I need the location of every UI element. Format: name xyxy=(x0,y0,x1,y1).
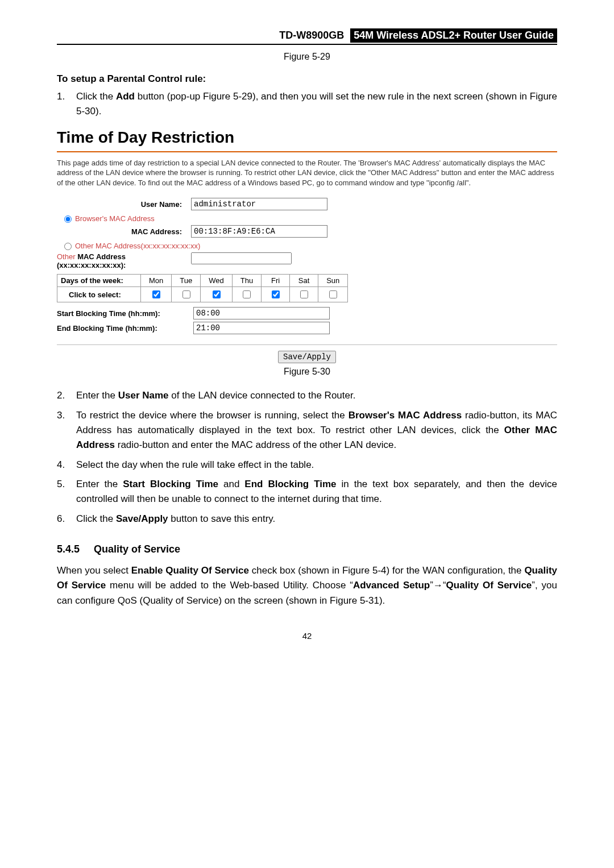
section-5-4-5-heading: 5.4.5 Quality of Service xyxy=(57,543,557,555)
day-checkbox-thu[interactable] xyxy=(243,290,251,298)
start-time-label: Start Blocking Time (hh:mm): xyxy=(57,309,193,318)
step-number: 3. xyxy=(57,408,76,453)
page-number: 42 xyxy=(57,631,557,641)
day-col-wed: Wed xyxy=(201,275,233,287)
step-3: 3. To restrict the device where the brow… xyxy=(57,408,557,453)
end-time-label: End Blocking Time (hh:mm): xyxy=(57,324,193,333)
other-mac-label: Other MAC Address (xx:xx:xx:xx:xx:xx): xyxy=(57,252,191,269)
step-number: 4. xyxy=(57,458,76,472)
day-checkbox-mon[interactable] xyxy=(152,290,160,298)
day-checkbox-fri[interactable] xyxy=(272,290,280,298)
other-mac-radio-row: Other MAC Address(xx:xx:xx:xx:xx:xx) xyxy=(61,241,426,250)
figure-5-30-caption: Figure 5-30 xyxy=(57,367,557,377)
save-apply-button[interactable]: Save/Apply xyxy=(278,351,336,363)
other-mac-radio-label: Other MAC Address(xx:xx:xx:xx:xx:xx) xyxy=(75,242,200,250)
other-mac-radio[interactable] xyxy=(64,243,72,250)
day-checkbox-tue[interactable] xyxy=(182,290,190,298)
days-of-week-header: Days of the week: xyxy=(57,275,141,287)
table-row: Click to select: xyxy=(57,287,348,302)
step-1: 1. Click the Add button (pop-up Figure 5… xyxy=(57,89,557,119)
mac-address-input[interactable] xyxy=(191,225,327,238)
user-name-row: User Name: xyxy=(57,198,426,210)
day-col-sun: Sun xyxy=(318,275,348,287)
user-name-label: User Name: xyxy=(57,200,191,209)
screenshot-description: This page adds time of day restriction t… xyxy=(57,158,557,188)
header-title-rest: 54M Wireless ADSL2+ Router User Guide xyxy=(350,28,557,43)
step-text: Click the Add button (pop-up Figure 5-29… xyxy=(76,89,557,119)
step-number: 6. xyxy=(57,512,76,526)
day-col-fri: Fri xyxy=(262,275,290,287)
step-6: 6. Click the Save/Apply button to save t… xyxy=(57,512,557,526)
mac-address-label: MAC Address: xyxy=(57,227,191,236)
step-2: 2. Enter the User Name of the LAN device… xyxy=(57,388,557,403)
browser-mac-radio-label: Browser's MAC Address xyxy=(75,214,155,223)
day-checkbox-wed[interactable] xyxy=(213,290,221,298)
start-time-input[interactable] xyxy=(193,307,330,319)
figure-5-29-caption: Figure 5-29 xyxy=(57,52,557,62)
step-number: 1. xyxy=(57,89,76,119)
divider-thin xyxy=(57,344,557,345)
step-number: 5. xyxy=(57,477,76,507)
day-checkbox-sun[interactable] xyxy=(329,290,337,298)
step-text: Enter the User Name of the LAN device co… xyxy=(76,388,557,403)
step-number: 2. xyxy=(57,388,76,403)
step-4: 4. Select the day when the rule will tak… xyxy=(57,458,557,472)
end-time-row: End Blocking Time (hh:mm): xyxy=(57,322,426,334)
click-to-select-label: Click to select: xyxy=(57,287,141,302)
step-text: Enter the Start Blocking Time and End Bl… xyxy=(76,477,557,507)
day-checkbox-sat[interactable] xyxy=(300,290,308,298)
table-row: Days of the week: Mon Tue Wed Thu Fri Sa… xyxy=(57,275,348,287)
end-time-input[interactable] xyxy=(193,322,330,334)
start-time-row: Start Blocking Time (hh:mm): xyxy=(57,307,426,319)
browser-mac-radio-row: Browser's MAC Address xyxy=(61,214,426,223)
user-name-input[interactable] xyxy=(191,198,327,210)
setup-rule-heading: To setup a Parental Control rule: xyxy=(57,73,557,85)
screenshot-title: Time of Day Restriction xyxy=(57,128,557,147)
step-5: 5. Enter the Start Blocking Time and End… xyxy=(57,477,557,507)
days-table: Days of the week: Mon Tue Wed Thu Fri Sa… xyxy=(57,274,348,302)
step-text: Select the day when the rule will take e… xyxy=(76,458,557,472)
router-screenshot: Time of Day Restriction This page adds t… xyxy=(57,128,557,364)
day-col-sat: Sat xyxy=(290,275,318,287)
divider xyxy=(57,151,557,152)
day-col-thu: Thu xyxy=(232,275,261,287)
arrow-icon: → xyxy=(433,580,443,591)
browser-mac-radio[interactable] xyxy=(64,215,72,223)
other-mac-input[interactable] xyxy=(191,252,292,264)
mac-address-row: MAC Address: xyxy=(57,225,426,238)
day-col-mon: Mon xyxy=(141,275,172,287)
step-text: Click the Save/Apply button to save this… xyxy=(76,512,557,526)
day-col-tue: Tue xyxy=(172,275,201,287)
page-header: TD-W8900GB 54M Wireless ADSL2+ Router Us… xyxy=(57,28,557,45)
qos-paragraph: When you select Enable Quality Of Servic… xyxy=(57,563,557,608)
step-text: To restrict the device where the browser… xyxy=(76,408,557,453)
header-model: TD-W8900GB xyxy=(279,30,344,41)
